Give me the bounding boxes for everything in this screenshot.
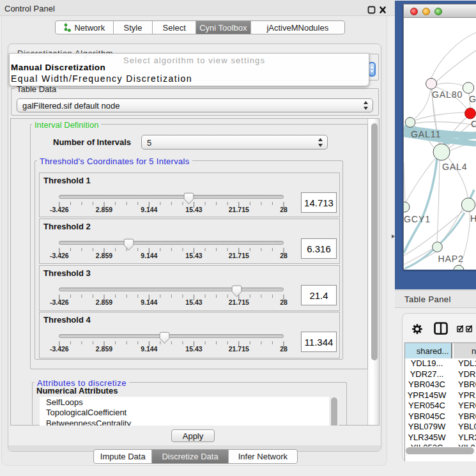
svg-text:GAL4: GAL4 xyxy=(442,162,467,172)
svg-text:GAL80: GAL80 xyxy=(432,89,463,100)
svg-text:G: G xyxy=(469,94,476,104)
svg-text:GCY1: GCY1 xyxy=(404,214,431,224)
svg-text:H: H xyxy=(470,213,476,224)
svg-text:C: C xyxy=(471,119,476,129)
svg-text:HAP2: HAP2 xyxy=(438,254,464,264)
svg-text:GAL11: GAL11 xyxy=(411,129,441,139)
